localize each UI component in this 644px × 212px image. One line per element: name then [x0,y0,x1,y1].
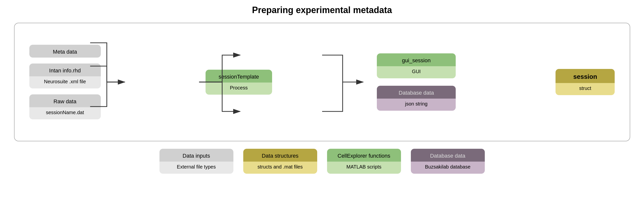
legend-database-bottom: Buzsakilab database [411,162,485,174]
legend-functions-top: CellExplorer functions [327,149,401,162]
session-top: session [556,69,615,83]
database-bottom: json string [377,98,456,111]
legend: Data inputs External file types Data str… [10,149,634,174]
gui-session-top: gui_session [377,53,456,66]
legend-item-functions: CellExplorer functions MATLAB scripts [327,149,401,174]
legend-functions-bottom: MATLAB scripts [327,162,401,174]
raw-data-bottom: sessionName.dat [29,107,101,119]
process-bottom: Process [206,82,272,95]
page-title: Preparing experimental metadata [10,5,634,15]
legend-structures-top: Data structures [243,149,317,162]
gui-session-bottom: GUI [377,66,456,78]
legend-structures-bottom: structs and .mat files [243,162,317,174]
main-diagram-container: Meta data Intan info.rhd Neurosuite .xml… [14,23,630,141]
arrows-svg [14,23,630,141]
mid-outputs-column: gui_session GUI Database data json strin… [377,53,456,111]
legend-item-inputs: Data inputs External file types [160,149,234,174]
legend-inputs-top: Data inputs [160,149,234,162]
process-box: sessionTemplate Process [206,70,272,95]
session-bottom: struct [556,83,615,95]
legend-database-top: Database data [411,149,485,162]
session-box: session struct [556,69,615,95]
intan-bottom: Neurosuite .xml file [29,76,101,88]
raw-data-box: Raw data sessionName.dat [29,94,101,119]
meta-data-box: Meta data [29,45,101,58]
database-top: Database data [377,86,456,98]
intan-top: Intan info.rhd [29,63,101,76]
legend-item-structures: Data structures structs and .mat files [243,149,317,174]
database-box: Database data json string [377,86,456,111]
process-top: sessionTemplate [206,70,272,82]
input-column: Meta data Intan info.rhd Neurosuite .xml… [29,45,101,119]
raw-data-top: Raw data [29,94,101,107]
legend-inputs-bottom: External file types [160,162,234,174]
legend-item-database: Database data Buzsakilab database [411,149,485,174]
meta-data-top: Meta data [29,45,101,58]
intan-box: Intan info.rhd Neurosuite .xml file [29,63,101,88]
gui-session-box: gui_session GUI [377,53,456,78]
